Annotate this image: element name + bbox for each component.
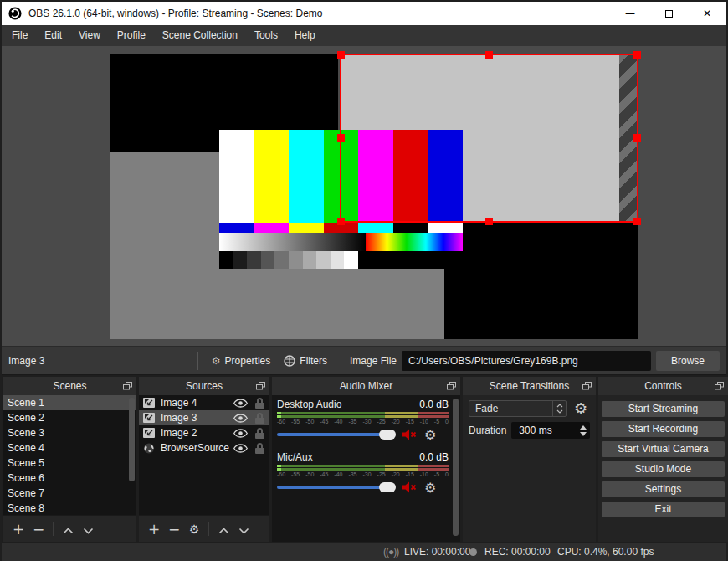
visibility-eye-icon[interactable] <box>233 444 248 453</box>
channel-gear-icon[interactable]: ⚙ <box>424 427 436 443</box>
scenes-scrollbar[interactable] <box>129 398 135 481</box>
filters-button[interactable]: Filters <box>284 355 327 367</box>
source-properties-gear-icon[interactable]: ⚙ <box>184 522 204 536</box>
scene-list-item[interactable]: Scene 6 <box>3 471 136 486</box>
popout-icon[interactable] <box>256 382 265 390</box>
popout-icon[interactable] <box>123 382 132 390</box>
source-list-item[interactable]: Image 3 <box>139 410 269 425</box>
maximize-button[interactable] <box>649 2 688 25</box>
volume-slider-knob[interactable] <box>379 430 396 440</box>
sources-panel: Sources Image 4 Image 3 <box>139 377 269 542</box>
settings-button[interactable]: Settings <box>602 481 725 497</box>
move-source-up-button[interactable] <box>213 521 233 538</box>
mute-speaker-icon[interactable] <box>402 429 418 440</box>
scene-list-item[interactable]: Scene 2 <box>3 410 136 425</box>
visibility-eye-icon[interactable] <box>233 414 248 423</box>
scene-list-item[interactable]: Scene 3 <box>3 425 136 440</box>
menu-help[interactable]: Help <box>286 25 324 46</box>
studio-mode-button[interactable]: Studio Mode <box>602 461 725 477</box>
minimize-button[interactable]: — <box>611 2 649 25</box>
popout-icon[interactable] <box>715 382 724 390</box>
meter-tick-label: -10 <box>420 471 428 477</box>
menu-tools[interactable]: Tools <box>246 25 286 46</box>
meter-tick-label: -5 <box>434 471 439 477</box>
selection-handle-mid-left[interactable] <box>337 134 345 142</box>
move-scene-down-button[interactable] <box>78 521 98 538</box>
scene-item-black-bottom[interactable] <box>444 223 638 339</box>
exit-button[interactable]: Exit <box>602 502 725 517</box>
source-label: Image 2 <box>161 425 197 440</box>
sources-toolbar: + − ⚙ <box>139 515 269 542</box>
meter-tick-label: -30 <box>362 471 371 477</box>
menu-edit[interactable]: Edit <box>36 25 70 46</box>
selection-handle-bottom-center[interactable] <box>485 218 493 225</box>
scenes-panel: Scenes Scene 1 Scene 2 Scene 3 Scene 4 S… <box>3 377 136 542</box>
meter-tick-label: -35 <box>348 471 356 477</box>
volume-slider[interactable] <box>277 430 396 440</box>
selection-bounding-box[interactable] <box>340 54 638 223</box>
popout-icon[interactable] <box>447 382 456 390</box>
remove-source-button[interactable]: − <box>164 521 184 538</box>
image-file-label: Image File <box>350 355 397 367</box>
volume-slider-knob[interactable] <box>379 482 396 492</box>
selection-handle-bottom-left[interactable] <box>337 218 345 225</box>
scene-list-item[interactable]: Scene 7 <box>3 486 136 501</box>
scene-list-item[interactable]: Scene 8 <box>3 501 136 515</box>
spinner-up-icon[interactable] <box>580 425 587 430</box>
transition-select[interactable]: Fade <box>469 400 567 417</box>
visibility-eye-icon[interactable] <box>233 399 248 408</box>
start-streaming-button[interactable]: Start Streaming <box>602 401 725 417</box>
channel-level: 0.0 dB <box>419 451 449 463</box>
menu-profile[interactable]: Profile <box>109 25 154 46</box>
volume-slider[interactable] <box>277 482 396 492</box>
menu-view[interactable]: View <box>70 25 109 46</box>
source-list-item[interactable]: Image 2 <box>139 425 269 440</box>
visibility-eye-icon[interactable] <box>233 429 248 438</box>
popout-icon[interactable] <box>582 382 592 390</box>
selection-handle-mid-right[interactable] <box>633 134 641 142</box>
audio-mixer-header: Audio Mixer <box>272 377 460 395</box>
scenes-panel-header: Scenes <box>3 377 136 395</box>
image-file-path-field[interactable]: C:/Users/OBS/Pictures/Grey169B.png <box>402 351 651 371</box>
preview-canvas[interactable] <box>110 54 638 339</box>
close-button[interactable]: ✕ <box>688 2 726 25</box>
selection-handle-top-center[interactable] <box>485 51 493 59</box>
meter-tick-label: 0 <box>445 419 449 425</box>
start-virtual-camera-button[interactable]: Start Virtual Camera <box>602 441 725 457</box>
move-source-down-button[interactable] <box>233 521 254 538</box>
scenes-list: Scene 1 Scene 2 Scene 3 Scene 4 Scene 5 … <box>3 395 136 515</box>
spinner-down-icon[interactable] <box>580 432 587 436</box>
remove-scene-button[interactable]: − <box>28 521 49 538</box>
selection-handle-top-right[interactable] <box>633 51 641 59</box>
scene-list-item[interactable]: Scene 5 <box>3 455 136 471</box>
preview-area[interactable] <box>2 46 726 346</box>
add-scene-button[interactable]: + <box>8 521 28 538</box>
source-list-item[interactable]: Image 4 <box>139 395 269 410</box>
properties-button[interactable]: ⚙ Properties <box>212 355 270 367</box>
browse-button[interactable]: Browse <box>656 351 720 371</box>
menu-file[interactable]: File <box>3 25 36 46</box>
move-scene-up-button[interactable] <box>58 521 78 538</box>
meter-tick-label: -20 <box>392 471 400 477</box>
lock-icon[interactable] <box>255 428 264 439</box>
duration-spinner[interactable]: 300 ms <box>511 422 590 439</box>
meter-tick-label: -25 <box>377 419 386 425</box>
add-source-button[interactable]: + <box>144 521 164 538</box>
source-list-item[interactable]: BrowserSource <box>139 440 269 455</box>
lock-icon[interactable] <box>255 398 264 409</box>
start-recording-button[interactable]: Start Recording <box>602 421 725 437</box>
lock-icon[interactable] <box>255 413 264 424</box>
transition-selected-value: Fade <box>469 403 552 414</box>
title-bar: OBS 26.1.0 (64-bit, windows) - Profile: … <box>2 2 726 25</box>
mute-speaker-icon[interactable] <box>402 481 418 493</box>
lock-icon[interactable] <box>255 443 264 454</box>
selection-handle-bottom-right[interactable] <box>633 218 641 225</box>
transition-gear-icon[interactable]: ⚙ <box>574 399 587 417</box>
menu-scene-collection[interactable]: Scene Collection <box>154 25 246 46</box>
meter-tick-label: -5 <box>434 419 439 425</box>
selection-handle-top-left[interactable] <box>337 51 345 59</box>
scene-list-item[interactable]: Scene 1 <box>3 395 136 410</box>
channel-gear-icon[interactable]: ⚙ <box>424 480 436 496</box>
scene-list-item[interactable]: Scene 4 <box>3 440 136 455</box>
mixer-scrollbar[interactable] <box>453 399 459 536</box>
